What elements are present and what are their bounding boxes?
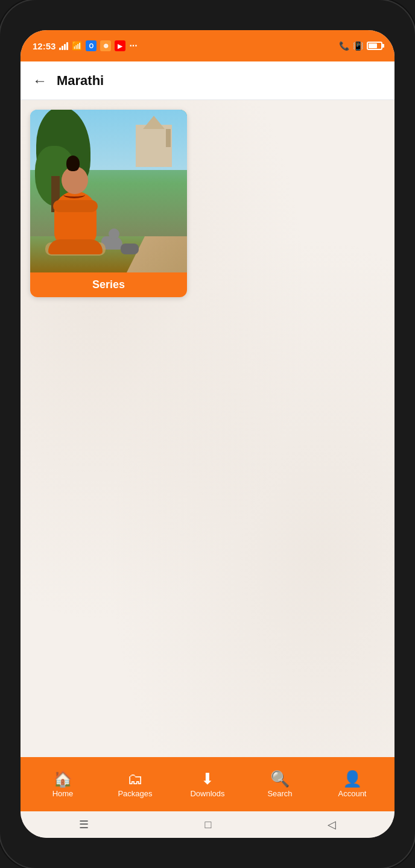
content-grid: Series	[30, 110, 385, 297]
android-nav-bar: ☰ □ ◁	[21, 811, 394, 838]
phone-screen: 12:53 📶 O ☸ ▶ ··· 📞 📳	[21, 30, 394, 838]
series-card-label: Series	[30, 272, 187, 297]
status-bar: 12:53 📶 O ☸ ▶ ··· 📞 📳	[21, 30, 394, 61]
nav-item-search[interactable]: 🔍 Search	[253, 771, 307, 798]
bottom-nav: 🏠 Home 🗂 Packages ⬇ Downlods 🔍 Search 👤 …	[21, 757, 394, 811]
nav-item-downloads[interactable]: ⬇ Downlods	[180, 771, 235, 798]
phone-icon: 📞	[339, 41, 349, 51]
main-content: Series	[21, 100, 394, 757]
page-title: Marathi	[57, 73, 104, 89]
packages-icon: 🗂	[127, 771, 143, 787]
nav-item-account[interactable]: 👤 Account	[325, 771, 379, 798]
account-label: Account	[338, 789, 367, 798]
account-icon: 👤	[343, 771, 362, 787]
wifi-icon: 📶	[72, 41, 82, 51]
series-card-image	[30, 110, 187, 272]
top-nav: ← Marathi	[21, 61, 394, 100]
time-display: 12:53	[33, 41, 55, 51]
downloads-label: Downlods	[190, 789, 224, 798]
phone-frame: 12:53 📶 O ☸ ▶ ··· 📞 📳	[0, 0, 415, 868]
app-icon-3: ▶	[115, 40, 125, 51]
status-dots: ···	[129, 40, 137, 51]
home-label: Home	[52, 789, 74, 798]
signal-bars	[59, 42, 68, 50]
packages-label: Packages	[118, 789, 152, 798]
nav-item-packages[interactable]: 🗂 Packages	[108, 771, 162, 798]
back-button[interactable]: ←	[33, 72, 47, 89]
status-left: 12:53 📶 O ☸ ▶ ···	[33, 40, 138, 51]
status-right: 📞 📳	[339, 41, 382, 51]
app-icon-2: ☸	[100, 40, 111, 51]
nav-item-home[interactable]: 🏠 Home	[36, 771, 90, 798]
battery-icon	[367, 42, 382, 50]
downloads-icon: ⬇	[201, 771, 214, 787]
home-icon: 🏠	[53, 771, 72, 787]
search-icon: 🔍	[270, 771, 290, 787]
android-menu-button[interactable]: ☰	[79, 818, 89, 831]
vibrate-icon: 📳	[353, 41, 363, 51]
android-back-button[interactable]: ◁	[328, 818, 336, 831]
android-home-button[interactable]: □	[205, 819, 212, 831]
search-label: Search	[267, 789, 292, 798]
series-card[interactable]: Series	[30, 110, 187, 297]
app-icon-1: O	[86, 40, 97, 51]
